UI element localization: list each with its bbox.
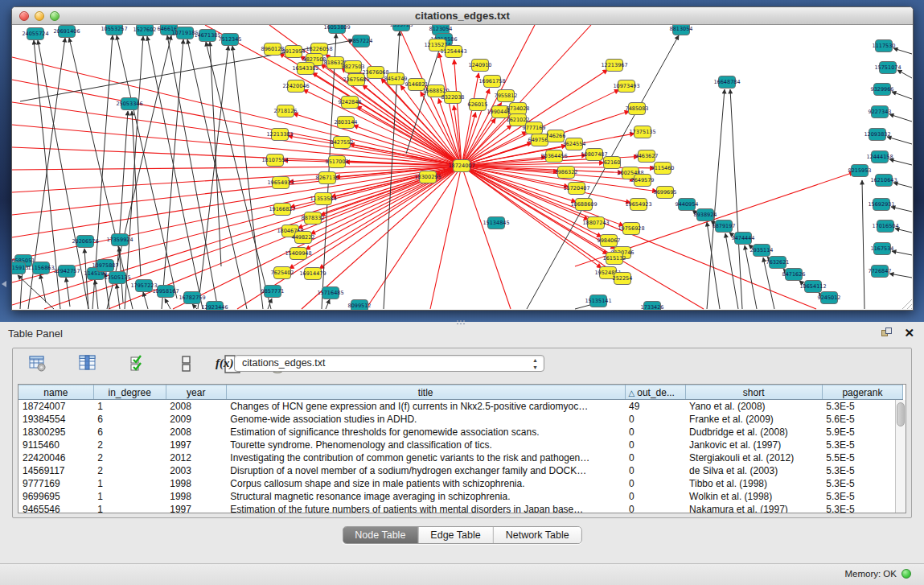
graph-node-teal[interactable]: 20206576 bbox=[72, 236, 98, 248]
graph-node-yellow[interactable]: 2649579 bbox=[631, 175, 655, 187]
tab-edge-table[interactable]: Edge Table bbox=[417, 527, 492, 543]
tab-node-table[interactable]: Node Table bbox=[343, 527, 417, 543]
table-cell[interactable]: Tibbo et al. (1998) bbox=[685, 477, 822, 490]
table-cell[interactable]: 1998 bbox=[166, 477, 226, 490]
table-cell[interactable]: 2 bbox=[93, 451, 166, 464]
table-cell[interactable]: 0 bbox=[625, 503, 685, 514]
graph-node-teal[interactable]: 15134845 bbox=[483, 217, 509, 229]
graph-node-yellow[interactable]: 6734028 bbox=[507, 103, 530, 115]
table-cell[interactable]: Nakamura et al. (1997) bbox=[685, 503, 822, 514]
graph-node-teal[interactable]: 16210643 bbox=[870, 175, 897, 187]
table-cell[interactable]: Jankovic et al. (1997) bbox=[685, 439, 822, 451]
table-cell[interactable]: Tourette syndrome. Phenomenology and cla… bbox=[226, 439, 625, 451]
graph-node-yellow[interactable]: 9827503 bbox=[342, 61, 365, 73]
graph-node-teal[interactable]: 16648784 bbox=[713, 76, 740, 89]
table-cell[interactable]: 2009 bbox=[166, 413, 226, 426]
graph-node-yellow[interactable]: 8912954 bbox=[282, 46, 306, 58]
graph-node-teal[interactable]: 7857224 bbox=[350, 35, 373, 47]
table-cell[interactable]: Dudbridge et al. (2008) bbox=[685, 426, 822, 439]
graph-node-yellow[interactable]: 252254 bbox=[613, 273, 633, 285]
graph-node-yellow[interactable]: 9777169 bbox=[523, 122, 546, 134]
graph-node-teal[interactable]: 12093832 bbox=[864, 129, 890, 141]
table-scrollbar[interactable] bbox=[895, 400, 906, 513]
table-cell[interactable]: 5.3E-5 bbox=[822, 464, 902, 477]
graph-node-yellow[interactable]: 17375135 bbox=[629, 126, 655, 138]
graph-node-teal[interactable]: 15751074 bbox=[874, 62, 901, 74]
table-cell[interactable]: Yano et al. (2008) bbox=[685, 400, 822, 413]
graph-node-teal[interactable]: 7632621 bbox=[766, 257, 790, 269]
column-header-in_degree[interactable]: in_degree bbox=[93, 385, 166, 400]
table-row[interactable]: 1938455462009Genome-wide association stu… bbox=[18, 413, 903, 426]
table-cell[interactable]: 5.3E-5 bbox=[822, 503, 902, 514]
graph-node-teal[interactable]: 15716485 bbox=[317, 287, 343, 299]
graph-node-yellow[interactable]: 2718126 bbox=[274, 105, 298, 117]
graph-node-teal[interactable]: 7512345 bbox=[219, 34, 242, 46]
table-cell[interactable]: de Silva et al. (2003) bbox=[685, 464, 822, 477]
table-row[interactable]: 1830029562008Estimation of significance … bbox=[18, 426, 903, 439]
table-settings-icon[interactable] bbox=[29, 355, 47, 373]
graph-node-teal[interactable]: 1117530 bbox=[873, 40, 896, 52]
table-cell[interactable]: 49 bbox=[625, 400, 685, 413]
table-row[interactable]: 977716911998Corpus callosum shape and si… bbox=[18, 477, 903, 490]
table-cell[interactable]: 0 bbox=[625, 464, 685, 477]
graph-node-yellow[interactable]: 9984067 bbox=[598, 235, 621, 247]
graph-node-yellow[interactable]: 7485083 bbox=[626, 103, 649, 115]
table-cell[interactable]: Changes of HCN gene expression and I(f) … bbox=[226, 400, 625, 413]
graph-node-teal[interactable]: 9474444 bbox=[732, 233, 755, 245]
graph-node-teal[interactable]: 1555723 bbox=[390, 25, 413, 31]
column-header-name[interactable]: name bbox=[18, 385, 93, 400]
table-cell[interactable]: 9465546 bbox=[18, 503, 93, 514]
table-cell[interactable]: 1 bbox=[93, 400, 166, 413]
graph-node-yellow[interactable]: 9427552 bbox=[331, 137, 354, 149]
table-cell[interactable]: 5.3E-5 bbox=[822, 490, 902, 503]
graph-node-yellow[interactable]: 7986322 bbox=[555, 167, 578, 179]
row-height-icon[interactable] bbox=[178, 355, 195, 373]
graph-node-yellow[interactable]: 8454749 bbox=[384, 73, 408, 85]
close-panel-icon[interactable]: ✕ bbox=[904, 328, 914, 339]
graph-node-teal[interactable]: 12942757 bbox=[53, 266, 80, 278]
table-cell[interactable]: 2 bbox=[93, 439, 166, 451]
select-rows-icon[interactable] bbox=[129, 355, 147, 373]
graph-node-teal[interactable]: 8099512 bbox=[348, 300, 372, 311]
table-cell[interactable]: 5.9E-5 bbox=[822, 426, 902, 439]
graph-node-yellow[interactable]: 8878332 bbox=[302, 212, 325, 225]
table-row[interactable]: 2242004622012Investigating the contribut… bbox=[18, 451, 903, 464]
graph-node-teal[interactable]: 6879197 bbox=[713, 220, 736, 233]
table-cell[interactable]: 5.5E-5 bbox=[822, 451, 902, 464]
graph-node-yellow[interactable]: 9115460 bbox=[651, 163, 675, 175]
table-row[interactable]: 911546021997Tourette syndrome. Phenomeno… bbox=[18, 439, 903, 451]
collapsed-panel-arrow-icon[interactable] bbox=[2, 281, 6, 287]
graph-node-yellow[interactable]: 62160 bbox=[604, 157, 621, 169]
table-row[interactable]: 969969511998Structural magnetic resonanc… bbox=[18, 490, 903, 503]
graph-node-teal[interactable]: 1167534 bbox=[871, 243, 894, 255]
table-cell[interactable]: 22420046 bbox=[18, 451, 93, 464]
graph-node-yellow[interactable]: 8267130 bbox=[316, 172, 339, 184]
graph-node-yellow[interactable]: 9463627 bbox=[635, 150, 659, 163]
table-cell[interactable]: Genome-wide association studies in ADHD. bbox=[226, 413, 625, 426]
graph-node-teal[interactable]: 15692931 bbox=[868, 199, 894, 211]
graph-node-teal[interactable]: 8813054 bbox=[670, 25, 693, 35]
graph-node-yellow[interactable]: 9699695 bbox=[654, 187, 677, 199]
graph-node-yellow[interactable]: 3624554 bbox=[563, 138, 586, 150]
graph-node-teal[interactable]: 2935114 bbox=[750, 245, 774, 257]
graph-node-teal[interactable]: 20691406 bbox=[53, 26, 80, 38]
graph-node-yellow[interactable]: 7625402 bbox=[271, 267, 294, 279]
table-cell[interactable]: 0 bbox=[625, 413, 685, 426]
table-cell[interactable]: 1998 bbox=[166, 490, 226, 503]
table-cell[interactable]: 0 bbox=[625, 477, 685, 490]
table-cell[interactable]: 1 bbox=[93, 503, 166, 514]
table-cell[interactable]: 2 bbox=[93, 464, 166, 477]
graph-node-yellow[interactable]: 8960128 bbox=[261, 43, 285, 56]
table-cell[interactable]: Corpus callosum shape and size in male p… bbox=[226, 477, 625, 490]
table-row[interactable]: 946554611997Estimation of the future num… bbox=[18, 503, 903, 514]
table-cell[interactable]: Investigating the contribution of common… bbox=[226, 451, 625, 464]
graph-node-teal[interactable]: 9227343 bbox=[869, 106, 892, 118]
graph-node-yellow[interactable]: 10688609 bbox=[570, 199, 597, 211]
network-window[interactable]: citations_edges.txt 24055724206914061055… bbox=[11, 6, 914, 311]
graph-node-yellow[interactable]: 1240910 bbox=[469, 60, 492, 72]
table-select[interactable]: citations_edges.txt ▲▼ bbox=[234, 355, 544, 372]
table-cell[interactable]: 1 bbox=[93, 490, 166, 503]
table-cell[interactable]: 2008 bbox=[166, 426, 226, 439]
graph-node-yellow[interactable]: 9242848 bbox=[339, 97, 362, 109]
graph-node-teal[interactable]: 10553257 bbox=[101, 25, 127, 35]
